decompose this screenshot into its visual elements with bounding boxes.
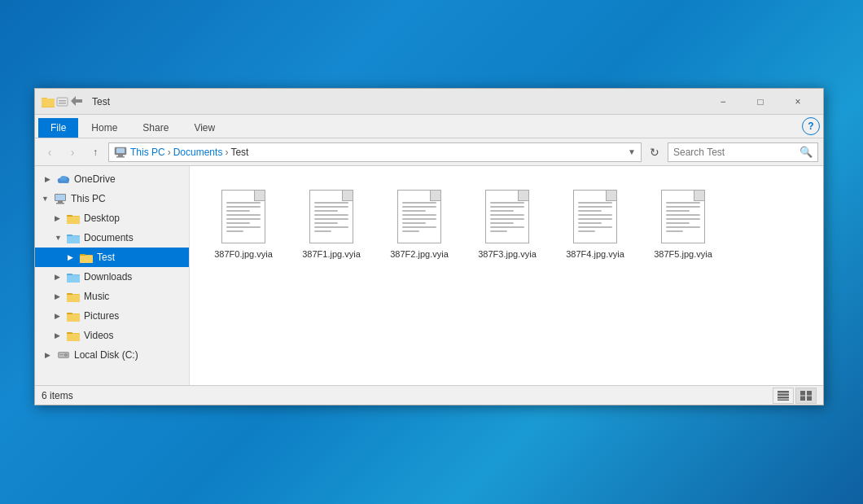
doc-page-4 [573, 190, 617, 243]
window-controls: − □ × [704, 89, 817, 115]
doc-line [490, 230, 507, 232]
search-input[interactable] [673, 147, 799, 158]
title-folder-icon [42, 96, 55, 107]
file-icon-wrapper-0 [214, 186, 273, 245]
sidebar-item-documents[interactable]: ▼ Documents [35, 228, 189, 248]
file-item-1[interactable]: 387F1.jpg.vyia [291, 179, 372, 267]
sidebar-item-thispc[interactable]: ▼ This PC [35, 189, 189, 208]
up-button[interactable]: ↑ [85, 142, 105, 162]
path-thispc: This PC [130, 147, 165, 158]
ribbon-tab-bar: File Home Share View ? [35, 115, 823, 138]
sidebar-item-pictures[interactable]: ▶ Pictures [35, 306, 189, 326]
doc-line [666, 206, 700, 208]
status-item-count: 6 items [42, 390, 773, 401]
tab-file[interactable]: File [38, 118, 78, 138]
address-path[interactable]: This PC › Documents › Test ▼ [108, 142, 642, 162]
svg-rect-46 [778, 393, 789, 396]
svg-rect-51 [800, 396, 805, 401]
onedrive-icon [56, 173, 71, 186]
expand-arrow-documents: ▼ [55, 234, 66, 242]
doc-lines-4 [574, 191, 616, 236]
details-view-button[interactable] [773, 388, 794, 404]
doc-lines-0 [222, 191, 265, 236]
doc-line [578, 202, 612, 204]
sidebar-label-pictures: Pictures [84, 310, 119, 322]
svg-rect-2 [42, 99, 55, 107]
file-item-2[interactable]: 387F2.jpg.vyia [379, 179, 460, 267]
doc-line [578, 230, 595, 232]
back-button[interactable]: ‹ [40, 142, 59, 162]
path-documents: Documents [173, 147, 223, 158]
svg-rect-9 [118, 155, 123, 156]
doc-lines-1 [310, 191, 353, 236]
svg-rect-10 [116, 156, 125, 158]
file-icon-wrapper-5 [654, 186, 712, 245]
tab-view[interactable]: View [182, 118, 227, 138]
svg-rect-24 [67, 236, 80, 243]
view-buttons [773, 388, 817, 404]
doc-line [578, 206, 612, 208]
desktop-folder-icon [66, 212, 81, 225]
doc-lines-5 [662, 191, 704, 236]
ribbon: File Home Share View ? [35, 115, 823, 138]
sidebar-label-downloads: Downloads [84, 271, 132, 283]
doc-line [226, 230, 243, 232]
sidebar-item-localdisk[interactable]: ▶ Local Disk (C:) [35, 345, 189, 365]
maximize-button[interactable]: □ [742, 89, 779, 115]
sidebar-label-thispc: This PC [71, 193, 106, 204]
help-button[interactable]: ? [802, 117, 820, 135]
doc-icon-1 [307, 186, 356, 245]
doc-line [666, 202, 700, 204]
title-arrow-icon [71, 96, 82, 106]
search-box[interactable]: 🔍 [668, 142, 818, 162]
sidebar-item-downloads[interactable]: ▶ Downloads [35, 267, 189, 287]
title-icon-2 [56, 96, 69, 107]
svg-rect-4 [59, 100, 66, 102]
svg-rect-16 [55, 195, 65, 200]
file-item-0[interactable]: 387F0.jpg.vyia [203, 179, 284, 267]
file-icon-wrapper-3 [478, 186, 537, 245]
doc-line [490, 202, 524, 204]
sidebar-item-music[interactable]: ▶ Music [35, 287, 189, 306]
explorer-window: Test − □ × File Home Share View ? [34, 88, 824, 405]
minimize-button[interactable]: − [704, 89, 742, 115]
drive-icon [56, 348, 71, 362]
doc-line [402, 218, 436, 220]
svg-rect-18 [56, 203, 64, 204]
doc-line [314, 226, 348, 228]
path-test: Test [230, 147, 248, 158]
thispc-icon [53, 192, 68, 205]
tab-share[interactable]: Share [130, 118, 181, 138]
sidebar-item-onedrive[interactable]: ▶ OneDrive [35, 169, 189, 189]
sidebar-item-desktop[interactable]: ▶ Desktop [35, 208, 189, 228]
sidebar-label-localdisk: Local Disk (C:) [74, 349, 138, 361]
svg-rect-5 [59, 103, 66, 104]
svg-rect-50 [807, 391, 812, 396]
svg-rect-30 [67, 275, 80, 283]
path-pc-icon [114, 147, 127, 158]
forward-button[interactable]: › [63, 142, 82, 162]
doc-line [314, 202, 348, 204]
doc-line [666, 226, 700, 228]
doc-lines-2 [398, 191, 440, 236]
path-dropdown-icon: ▼ [628, 147, 636, 156]
tab-home[interactable]: Home [79, 118, 129, 138]
doc-line [666, 218, 700, 220]
file-item-3[interactable]: 387F3.jpg.vyia [467, 179, 548, 267]
file-name-0: 387F0.jpg.vyia [214, 248, 273, 260]
refresh-button[interactable]: ↻ [645, 142, 664, 162]
file-item-5[interactable]: 387F5.jpg.vyia [642, 179, 724, 267]
large-icons-view-button[interactable] [795, 388, 817, 404]
pictures-folder-icon [66, 309, 81, 322]
file-icon-wrapper-2 [390, 186, 449, 245]
doc-line [666, 210, 690, 212]
sidebar-item-videos[interactable]: ▶ Videos [35, 326, 189, 345]
svg-point-13 [60, 176, 67, 181]
search-icon[interactable]: 🔍 [799, 146, 813, 158]
file-item-4[interactable]: 387F4.jpg.vyia [554, 179, 636, 267]
doc-icon-3 [483, 186, 532, 245]
sidebar-item-test[interactable]: ▶ Test [35, 248, 189, 267]
expand-arrow-desktop: ▶ [55, 214, 66, 222]
doc-line [226, 206, 261, 208]
close-button[interactable]: × [779, 89, 817, 115]
